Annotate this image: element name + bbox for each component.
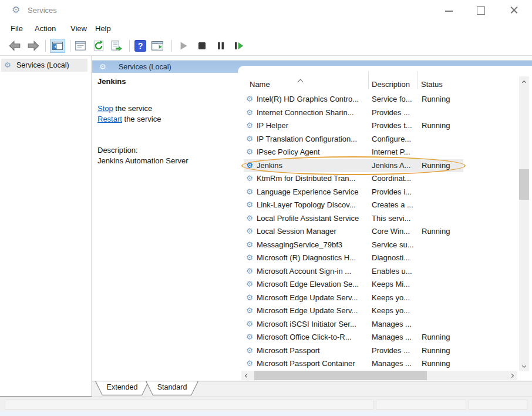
menu-action[interactable]: Action — [35, 24, 56, 33]
tab-standard-label: Standard — [146, 383, 198, 391]
toolbar: ? — [0, 36, 532, 56]
view-tab-strip: Extended Standard — [92, 381, 532, 397]
cell-service-name: Local Session Manager — [257, 227, 336, 236]
menu-view[interactable]: View — [70, 24, 87, 33]
tab-standard[interactable]: Standard — [146, 381, 198, 395]
service-gear-icon: ⚙ — [246, 108, 253, 117]
table-row[interactable]: ⚙ Microsoft iSCSI Initiator Ser... Manag… — [245, 318, 518, 331]
table-row[interactable]: ⚙ Microsoft Office Click-to-R... Manages… — [245, 331, 518, 344]
help-button[interactable]: ? — [134, 39, 147, 52]
column-header-name[interactable]: Name — [250, 80, 270, 89]
cell-service-description: Enables u... — [372, 267, 412, 276]
table-row[interactable]: ⚙ Microsoft (R) Diagnostics H... Diagnos… — [245, 251, 518, 265]
cell-service-name: KtmRm for Distributed Tran... — [257, 174, 355, 183]
refresh-button[interactable] — [92, 39, 105, 52]
service-gear-icon: ⚙ — [246, 226, 253, 236]
pause-service-button[interactable] — [214, 39, 227, 52]
table-row[interactable]: ⚙ MessagingService_79bf3 Service su... — [245, 239, 518, 252]
show-action-pane-button[interactable] — [151, 39, 164, 52]
table-row[interactable]: ⚙ Local Profile Assistant Service This s… — [245, 212, 518, 226]
export-list-button[interactable] — [110, 39, 123, 52]
horizontal-scrollbar-thumb[interactable] — [254, 371, 427, 380]
table-row[interactable]: ⚙ IP Helper Provides t... Running — [245, 119, 518, 133]
menu-file[interactable]: File — [11, 24, 23, 33]
refresh-icon — [92, 39, 105, 52]
stop-service-link[interactable]: Stop — [97, 104, 113, 113]
table-row[interactable]: ⚙ Microsoft Passport Provides ... Runnin… — [245, 344, 518, 358]
cell-service-status: Running — [422, 121, 450, 130]
restart-service-button[interactable] — [232, 39, 245, 52]
console-tree-pane: ⚙ Services (Local) — [0, 56, 92, 397]
column-separator[interactable] — [368, 71, 369, 89]
table-row[interactable]: ⚙ Local Session Manager Core Win... Runn… — [245, 225, 518, 239]
service-gear-icon: ⚙ — [246, 134, 253, 143]
stop-service-button[interactable] — [196, 39, 208, 52]
back-button[interactable] — [8, 39, 21, 52]
service-gear-icon: ⚙ — [246, 253, 253, 262]
services-app-icon: ⚙ — [12, 4, 20, 15]
table-row[interactable]: ⚙ IPsec Policy Agent Internet P... — [245, 146, 518, 159]
close-button[interactable] — [507, 3, 521, 17]
scroll-right-arrow[interactable] — [508, 371, 517, 380]
cell-service-description: Service su... — [372, 240, 414, 249]
cell-service-description: Core Win... — [372, 227, 410, 236]
scroll-down-arrow[interactable] — [519, 361, 529, 371]
forward-button[interactable] — [27, 39, 40, 52]
table-row[interactable]: ⚙ Language Experience Service Provides i… — [245, 186, 518, 199]
back-arrow-icon — [8, 39, 21, 52]
cell-service-description: Manages ... — [372, 359, 412, 368]
cell-service-name: Intel(R) HD Graphics Contro... — [257, 95, 359, 103]
table-row[interactable]: ⚙ KtmRm for Distributed Tran... Coordina… — [245, 172, 518, 186]
table-row[interactable]: ⚙ Microsoft Account Sign-in ... Enables … — [245, 265, 518, 279]
tab-extended[interactable]: Extended — [95, 381, 149, 395]
cell-service-description: Manages ... — [372, 333, 412, 341]
horizontal-scrollbar[interactable] — [241, 371, 517, 380]
column-header-status[interactable]: Status — [421, 80, 443, 89]
table-row[interactable]: ⚙ Microsoft Passport Container Manages .… — [245, 357, 518, 371]
vertical-scrollbar[interactable] — [519, 76, 529, 371]
table-row[interactable]: ⚙ Link-Layer Topology Discov... Creates … — [245, 199, 518, 212]
scroll-up-arrow[interactable] — [519, 76, 529, 86]
tree-item-label: Services (Local) — [16, 61, 69, 69]
table-row[interactable]: ⚙ Intel(R) HD Graphics Contro... Service… — [245, 93, 518, 106]
restart-service-link[interactable]: Restart — [97, 115, 122, 123]
cell-service-status: Running — [422, 227, 450, 236]
service-gear-icon: ⚙ — [246, 266, 253, 276]
cell-service-status: Running — [422, 95, 450, 103]
menu-bar: File Action View Help — [0, 21, 532, 36]
service-gear-icon: ⚙ — [246, 94, 253, 103]
cell-service-name: IP Translation Configuration... — [257, 135, 357, 143]
properties-icon — [74, 39, 87, 52]
cell-service-name: Language Experience Service — [257, 187, 358, 196]
properties-button[interactable] — [74, 39, 87, 52]
cell-service-name: IP Helper — [257, 121, 288, 130]
menu-help[interactable]: Help — [95, 24, 111, 33]
sort-ascending-icon — [298, 76, 302, 86]
toolbar-separator — [171, 40, 172, 52]
table-row[interactable]: ⚙ Internet Connection Sharin... Provides… — [245, 106, 518, 120]
forward-arrow-icon — [27, 39, 40, 52]
column-header-description[interactable]: Description — [372, 80, 410, 89]
minimize-button[interactable] — [442, 3, 456, 17]
table-row[interactable]: ⚙ Microsoft Edge Elevation Se... Keeps M… — [245, 278, 518, 291]
table-row[interactable]: ⚙ IP Translation Configuration... Config… — [245, 133, 518, 146]
tab-extended-label: Extended — [95, 383, 149, 391]
service-gear-icon: ⚙ — [246, 293, 253, 302]
scroll-left-arrow[interactable] — [241, 371, 251, 380]
table-row[interactable]: ⚙ Microsoft Edge Update Serv... Keeps yo… — [245, 304, 518, 318]
table-row[interactable]: ⚙ Microsoft Edge Update Serv... Keeps yo… — [245, 291, 518, 305]
tree-item-services-local[interactable]: ⚙ Services (Local) — [1, 59, 87, 72]
window-bottom-edge — [0, 411, 532, 416]
column-separator[interactable] — [417, 71, 418, 89]
start-service-button[interactable] — [177, 39, 190, 52]
pane-header-gear-icon: ⚙ — [99, 62, 106, 71]
cell-service-description: Provides ... — [372, 108, 410, 117]
service-gear-icon: ⚙ — [246, 147, 253, 156]
table-row[interactable]: ⚙ Jenkins Jenkins A... Running — [245, 159, 518, 173]
show-console-tree-button[interactable] — [50, 39, 65, 53]
maximize-button[interactable] — [473, 3, 487, 17]
vertical-scrollbar-thumb[interactable] — [519, 169, 529, 200]
service-gear-icon: ⚙ — [246, 240, 253, 249]
cell-service-name: Microsoft Edge Elevation Se... — [257, 280, 359, 288]
toolbar-separator — [129, 40, 130, 52]
